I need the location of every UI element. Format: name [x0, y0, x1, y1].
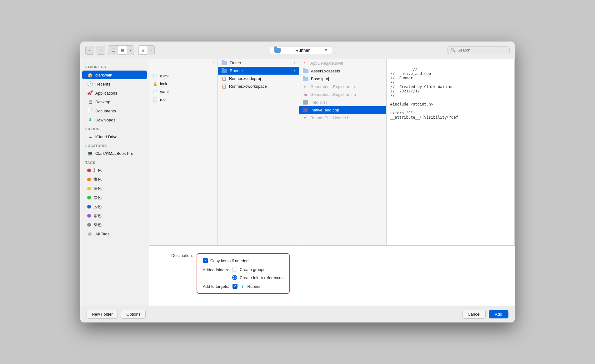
tag-label-red: 红色	[93, 168, 102, 173]
tag-label-orange: 橙色	[93, 177, 102, 182]
col3-item-genh[interactable]: h Generated...Registrant.h	[299, 83, 386, 91]
options-button[interactable]: Options	[121, 310, 146, 319]
col2-item-label: Runner	[230, 68, 243, 73]
sidebar-item-applications[interactable]: 🚀 Applications	[82, 89, 147, 97]
sidebar-item-tag-red[interactable]: 红色	[82, 166, 147, 175]
folders-radios: Create groups Create folder references	[232, 267, 283, 280]
add-button[interactable]: Add	[489, 310, 508, 318]
col2-item-label: Runner.xcworkspace	[229, 84, 267, 89]
create-folder-refs-radio[interactable]	[232, 275, 237, 280]
col3-item-label: Assets.xcassets	[311, 69, 340, 73]
sidebar-item-tag-orange[interactable]: 橙色	[82, 175, 147, 184]
all-tags-icon: ◎	[87, 231, 93, 237]
cancel-button[interactable]: Cancel	[462, 310, 485, 319]
path-control: Runner ⬍	[157, 46, 445, 54]
path-arrows-icon[interactable]: ⬍	[324, 48, 328, 52]
sidebar-item-tag-gray[interactable]: 灰色	[82, 220, 147, 229]
col3-item-label: Generated...Registrant.m	[310, 92, 356, 97]
sidebar-item-documents[interactable]: 📄 Documents	[82, 106, 147, 115]
tag-label-all: All Tags...	[95, 232, 113, 236]
create-groups-label: Create groups	[240, 267, 265, 272]
sidebar-item-tag-purple[interactable]: 紫色	[82, 211, 147, 220]
col1-item-md[interactable]: 📄 md	[149, 96, 218, 103]
tag-dot-green	[87, 196, 91, 199]
col3-item-native-add-cpp[interactable]: C native_add.cpp	[299, 106, 386, 114]
toolbar: ‹ › ☰ ⊞ ▾ ⊟ ▾ Runner ⬍ 🔍	[80, 42, 515, 59]
arrange-toggle: ⊟ ▾	[138, 45, 155, 55]
search-box[interactable]: 🔍	[447, 46, 510, 54]
create-groups-radio[interactable]	[232, 267, 237, 272]
sidebar-item-all-tags[interactable]: ◎ All Tags...	[82, 229, 147, 238]
col3-item-baselproj[interactable]: Base.lproj ›	[299, 75, 386, 83]
sidebar-item-macbook[interactable]: 💻 Clark的MacBook Pro	[82, 149, 147, 158]
col1-item-yaml[interactable]: 📄 yaml	[149, 88, 218, 96]
arrange-dropdown-btn[interactable]: ▾	[148, 46, 154, 54]
add-to-targets-label: Add to targets:	[203, 284, 232, 289]
col1-item-lock[interactable]: 🔒 lock	[149, 80, 218, 88]
documents-icon: 📄	[87, 108, 93, 114]
col2-item-runner[interactable]: Runner ›	[218, 67, 299, 75]
sidebar-item-tag-yellow[interactable]: 黄色	[82, 184, 147, 193]
sidebar-item-downloads[interactable]: ⬇ Downloads	[82, 116, 147, 124]
sidebar-item-clarkwain[interactable]: 🏠 clarkwain	[82, 71, 147, 79]
options-box: Copy items if needed Added folders:	[197, 253, 290, 294]
new-folder-button[interactable]: New Folder	[87, 310, 118, 319]
desktop-icon: 🖥	[87, 99, 93, 105]
col3-item-label: Info.plist	[312, 100, 327, 105]
bottom-bar: New Folder Options Cancel Add	[80, 306, 515, 322]
col2-item-xcodeproj[interactable]: 📋 Runner.xcodeproj	[218, 75, 299, 82]
copy-items-row: Copy items if needed	[203, 258, 283, 263]
sidebar-item-recents[interactable]: 🕐 Recents	[82, 80, 147, 88]
sidebar-item-desktop[interactable]: 🖥 Desktop	[82, 98, 147, 106]
folder-icon-runner	[222, 69, 227, 73]
icloud-icon: ☁	[87, 134, 93, 140]
sidebar-item-label: Downloads	[95, 118, 115, 122]
sidebar-item-icloud-drive[interactable]: ☁ iCloud Drive	[82, 132, 147, 141]
tag-label-purple: 紫色	[93, 213, 102, 219]
col3-item-appdelegate[interactable]: S AppDelegate.swift	[299, 59, 386, 67]
col3-item-runner-header[interactable]: h Runner.Pri...Header.h	[299, 114, 386, 122]
swift-icon: S	[303, 61, 308, 66]
back-button[interactable]: ‹	[85, 46, 94, 55]
col3-item-label: Base.lproj	[311, 76, 329, 81]
col2-item-flutter[interactable]: Flutter ›	[218, 59, 299, 67]
sidebar-item-tag-green[interactable]: 绿色	[82, 193, 147, 202]
path-folder-icon	[274, 48, 281, 53]
col3-item-genm[interactable]: m Generated...Registrant.m	[299, 91, 386, 98]
tag-dot-blue	[87, 205, 91, 209]
options-panel: Destination: Copy items if needed	[149, 245, 515, 306]
flutter-icon	[240, 284, 245, 289]
col1-item-diml[interactable]: 📄 d.iml	[149, 72, 218, 80]
sidebar-item-tag-blue[interactable]: 蓝色	[82, 202, 147, 211]
sidebar-item-label: iCloud Drive	[95, 135, 118, 139]
list-view-btn[interactable]: ☰	[109, 46, 118, 54]
chevron-icon-baselproj: ›	[382, 77, 382, 81]
forward-button[interactable]: ›	[97, 46, 105, 55]
added-folders-label: Added folders:	[203, 267, 232, 272]
col2-item-xcworkspace[interactable]: 📋 Runner.xcworkspace	[218, 82, 299, 90]
file-icon-lock: 🔒	[153, 82, 158, 86]
column-view-btn[interactable]: ⊞	[118, 46, 127, 54]
tag-label-yellow: 黄色	[93, 186, 102, 191]
arrange-btn[interactable]: ⊟	[139, 46, 148, 54]
search-input[interactable]	[458, 48, 504, 52]
col3-item-assets[interactable]: Assets.xcassets ›	[299, 67, 386, 75]
sidebar-item-label: Applications	[95, 91, 117, 96]
recents-icon: 🕐	[87, 81, 93, 87]
favorites-label: Favorites	[80, 63, 149, 70]
path-badge[interactable]: Runner ⬍	[270, 46, 332, 54]
runner-checkbox[interactable]	[232, 284, 238, 289]
tag-dot-yellow	[87, 187, 91, 190]
tag-dot-purple	[87, 214, 91, 218]
sidebar: Favorites 🏠 clarkwain 🕐 Recents 🚀 Applic…	[80, 59, 149, 306]
tag-dot-gray	[87, 223, 91, 227]
col3-item-infoplist[interactable]: Info.plist	[299, 98, 386, 106]
copy-items-checkbox[interactable]	[203, 258, 208, 263]
file-picker-dialog: ‹ › ☰ ⊞ ▾ ⊟ ▾ Runner ⬍ 🔍	[80, 42, 515, 322]
tag-dot-orange	[87, 178, 91, 181]
column-1: › › 📄 d.iml 🔒 lock 📄 yaml	[149, 59, 218, 245]
col1-item-label: lock	[160, 81, 167, 86]
tag-label-gray: 灰色	[93, 222, 102, 228]
view-dropdown-btn[interactable]: ▾	[128, 46, 133, 54]
column-3: S AppDelegate.swift Assets.xcassets › Ba…	[299, 59, 387, 245]
